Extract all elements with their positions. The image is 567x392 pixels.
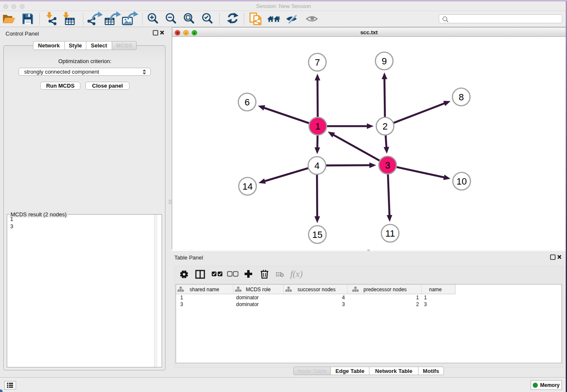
svg-text:3: 3 xyxy=(342,301,345,307)
svg-text:dominator: dominator xyxy=(236,301,259,307)
svg-text:1: 1 xyxy=(416,295,419,301)
svg-text:dominator: dominator xyxy=(236,295,259,301)
svg-text:1: 1 xyxy=(180,295,183,301)
svg-text:MCDS role: MCDS role xyxy=(246,287,271,293)
svg-text:predecessor nodes: predecessor nodes xyxy=(363,287,407,293)
svg-text:shared name: shared name xyxy=(190,287,219,293)
svg-text:2: 2 xyxy=(416,301,419,307)
svg-text:3: 3 xyxy=(180,301,183,307)
svg-text:name: name xyxy=(429,287,442,293)
svg-text:1: 1 xyxy=(424,295,427,301)
svg-text:successor nodes: successor nodes xyxy=(297,287,336,293)
svg-text:4: 4 xyxy=(342,295,345,301)
svg-text:3: 3 xyxy=(424,301,427,307)
